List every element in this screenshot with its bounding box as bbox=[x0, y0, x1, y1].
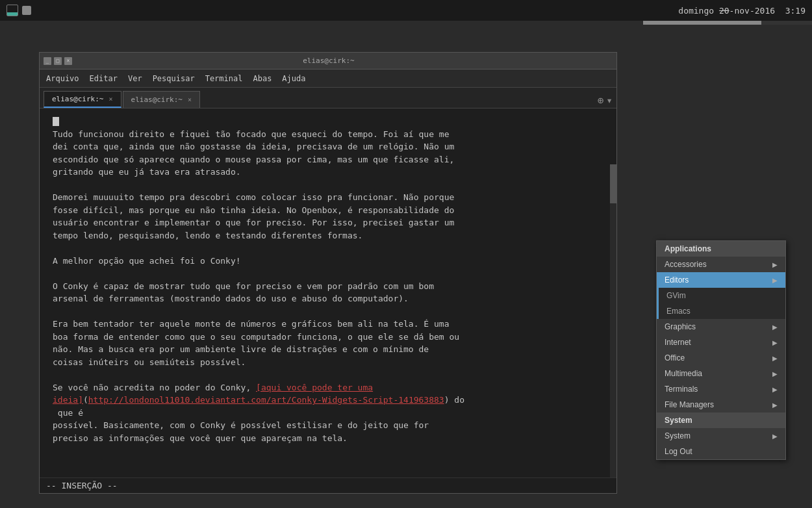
tab-2[interactable]: elias@cirk:~ × bbox=[123, 91, 201, 108]
win-minimize-btn[interactable]: _ bbox=[44, 57, 51, 65]
menu-pesquisar[interactable]: Pesquisar bbox=[153, 74, 195, 83]
ctx-office-arrow: ▶ bbox=[772, 355, 778, 362]
ctx-item-file-managers[interactable]: File Managers ▶ bbox=[657, 397, 785, 413]
ctx-header-applications: Applications bbox=[657, 241, 785, 257]
tab-menu-btn[interactable]: ▾ bbox=[606, 95, 613, 106]
ctx-item-terminals[interactable]: Terminals ▶ bbox=[657, 381, 785, 397]
ctx-item-system[interactable]: System ▶ bbox=[657, 428, 785, 444]
ctx-multimedia-arrow: ▶ bbox=[772, 370, 778, 377]
ctx-item-emacs[interactable]: Emacs bbox=[657, 303, 785, 319]
ctx-item-internet[interactable]: Internet ▶ bbox=[657, 335, 785, 350]
terminal-menubar: Arquivo Editar Ver Pesquisar Terminal Ab… bbox=[40, 70, 616, 88]
progress-bar-container bbox=[643, 21, 812, 25]
ctx-editors-arrow: ▶ bbox=[772, 277, 778, 284]
menu-abas[interactable]: Abas bbox=[253, 74, 272, 83]
chart-icon bbox=[6, 5, 18, 16]
ctx-accessories-label: Accessories bbox=[665, 260, 772, 269]
menu-editar[interactable]: Editar bbox=[90, 74, 118, 83]
terminal-content: Tudo funcionou direito e fiquei tão foca… bbox=[40, 108, 616, 477]
ctx-office-label: Office bbox=[665, 353, 772, 362]
terminal-text: Tudo funcionou direito e fiquei tão foca… bbox=[53, 115, 603, 444]
ctx-gvim-label: GVim bbox=[666, 291, 696, 300]
ctx-terminals-label: Terminals bbox=[665, 385, 772, 394]
tab-new-btn[interactable]: ⊕ bbox=[598, 95, 604, 106]
terminal-title: elias@cirk:~ bbox=[72, 57, 585, 65]
ctx-header-system: System bbox=[657, 413, 785, 428]
context-menu: Applications Accessories ▶ Editors ▶ GVi… bbox=[656, 240, 786, 460]
topbar: domingo 20-nov-2016 3:19 bbox=[0, 0, 812, 21]
ctx-item-logout[interactable]: Log Out bbox=[657, 444, 785, 459]
ctx-logout-label: Log Out bbox=[665, 447, 778, 456]
ctx-system-arrow: ▶ bbox=[772, 433, 778, 440]
menu-terminal[interactable]: Terminal bbox=[205, 74, 243, 83]
terminal-tabs: elias@cirk:~ × elias@cirk:~ × ⊕ ▾ bbox=[40, 88, 616, 108]
ctx-internet-label: Internet bbox=[665, 338, 772, 347]
ctx-multimedia-label: Multimedia bbox=[665, 369, 772, 378]
cursor bbox=[53, 117, 59, 126]
menu-ajuda[interactable]: Ajuda bbox=[282, 74, 305, 83]
win-maximize-btn[interactable]: □ bbox=[54, 57, 62, 65]
win-close-btn[interactable]: × bbox=[64, 57, 72, 65]
topbar-datetime: domingo 20-nov-2016 3:19 bbox=[678, 6, 806, 16]
tab-1[interactable]: elias@cirk:~ × bbox=[44, 91, 121, 108]
tab-1-label: elias@cirk:~ bbox=[52, 95, 103, 103]
ctx-graphics-label: Graphics bbox=[665, 322, 772, 331]
menu-arquivo[interactable]: Arquivo bbox=[46, 74, 79, 83]
terminal-titlebar: _ □ × elias@cirk:~ bbox=[40, 53, 616, 70]
ctx-editors-label: Editors bbox=[665, 275, 772, 285]
terminal-scrollbar[interactable] bbox=[610, 164, 616, 477]
ctx-item-editors[interactable]: Editors ▶ bbox=[657, 272, 785, 288]
datetime-display: domingo 20-nov-2016 3:19 bbox=[678, 6, 806, 16]
ctx-internet-arrow: ▶ bbox=[772, 339, 778, 346]
terminal-status: -- INSERÇÃO -- bbox=[40, 477, 616, 493]
ctx-filemanagers-label: File Managers bbox=[665, 400, 772, 409]
tab-1-close[interactable]: × bbox=[108, 95, 112, 103]
close-icon[interactable] bbox=[22, 6, 31, 15]
tab-2-label: elias@cirk:~ bbox=[131, 95, 183, 104]
tab-actions: ⊕ ▾ bbox=[598, 95, 613, 108]
ctx-emacs-label: Emacs bbox=[666, 307, 696, 316]
terminal-window: _ □ × elias@cirk:~ Arquivo Editar Ver Pe… bbox=[39, 52, 617, 494]
progress-bar bbox=[643, 21, 761, 25]
ctx-terminals-arrow: ▶ bbox=[772, 386, 778, 393]
scrollbar-thumb[interactable] bbox=[610, 164, 616, 203]
topbar-left bbox=[6, 5, 31, 16]
ctx-item-gvim[interactable]: GVim bbox=[657, 288, 785, 303]
ctx-item-graphics[interactable]: Graphics ▶ bbox=[657, 319, 785, 335]
ctx-accessories-arrow: ▶ bbox=[772, 261, 778, 268]
link-conky-url[interactable]: http://londonol11010.deviantart.com/art/… bbox=[88, 395, 444, 405]
status-text: -- INSERÇÃO -- bbox=[46, 481, 118, 490]
tab-2-close[interactable]: × bbox=[188, 96, 192, 103]
ctx-filemanagers-arrow: ▶ bbox=[772, 401, 778, 409]
window-controls: _ □ × bbox=[44, 57, 72, 65]
ctx-item-office[interactable]: Office ▶ bbox=[657, 350, 785, 366]
ctx-system-label: System bbox=[665, 431, 772, 440]
menu-ver[interactable]: Ver bbox=[128, 74, 142, 83]
ctx-item-accessories[interactable]: Accessories ▶ bbox=[657, 257, 785, 272]
ctx-item-multimedia[interactable]: Multimedia ▶ bbox=[657, 366, 785, 381]
ctx-graphics-arrow: ▶ bbox=[772, 324, 778, 331]
terminal-paragraph-1: Tudo funcionou direito e fiquei tão foca… bbox=[53, 129, 464, 443]
